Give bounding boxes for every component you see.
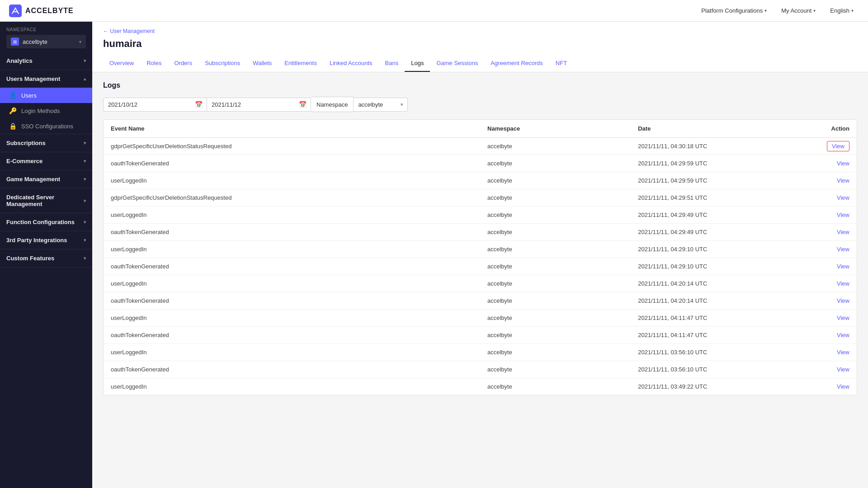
- platform-config-button[interactable]: Platform Configurations ▾: [696, 5, 772, 17]
- view-link-4[interactable]: View: [837, 211, 849, 218]
- view-link-7[interactable]: View: [837, 263, 849, 270]
- view-link-11[interactable]: View: [837, 332, 849, 338]
- view-link-6[interactable]: View: [837, 246, 849, 253]
- view-link-9[interactable]: View: [837, 297, 849, 304]
- table-cell-namespace: accelbyte: [480, 344, 631, 361]
- filter-row: 📅 📅 Namespace accelbyte: [103, 97, 857, 112]
- tab-subscriptions[interactable]: Subscriptions: [198, 55, 246, 72]
- table-cell-event: userLoggedIn: [104, 275, 480, 292]
- sidebar-section-header-users_management[interactable]: Users Management▴: [0, 70, 92, 88]
- table-cell-action: View: [797, 327, 857, 344]
- my-account-label: My Account: [781, 7, 811, 14]
- sidebar-section-header-custom_features[interactable]: Custom Features▾: [0, 249, 92, 267]
- sidebar-section-header-analytics[interactable]: Analytics▾: [0, 52, 92, 70]
- sidebar-item-icon-users: 👤: [9, 92, 17, 99]
- view-link-12[interactable]: View: [837, 349, 849, 356]
- sidebar-section-chevron-analytics: ▾: [84, 58, 86, 63]
- table-cell-date: 2021/11/11, 03:49:22 UTC: [631, 378, 797, 395]
- table-cell-event: userLoggedIn: [104, 172, 480, 189]
- language-button[interactable]: English ▾: [825, 5, 859, 17]
- tab-overview[interactable]: Overview: [103, 55, 140, 72]
- sidebar-section-header-ecommerce[interactable]: E-Commerce▾: [0, 152, 92, 170]
- logo-text: ACCELBYTE: [25, 7, 74, 15]
- sidebar-section-header-game_management[interactable]: Game Management▾: [0, 170, 92, 188]
- table-cell-namespace: accelbyte: [480, 327, 631, 344]
- table-cell-namespace: accelbyte: [480, 378, 631, 395]
- sidebar-item-label-sso_configurations: SSO Configurations: [21, 123, 73, 130]
- sidebar-section-users_management: Users Management▴👤Users🔑Login Methods🔒SS…: [0, 70, 92, 134]
- view-link-13[interactable]: View: [837, 366, 849, 373]
- sidebar-item-label-login_methods: Login Methods: [21, 108, 60, 114]
- tab-entitlements[interactable]: Entitlements: [278, 55, 323, 72]
- platform-config-chevron-icon: ▾: [764, 8, 767, 13]
- sidebar-section-header-subscriptions[interactable]: Subscriptions▾: [0, 134, 92, 152]
- date-to-input[interactable]: [207, 98, 311, 112]
- sidebar-item-sso_configurations[interactable]: 🔒SSO Configurations: [0, 118, 92, 134]
- date-to-wrapper: 📅: [207, 98, 311, 112]
- view-link-0[interactable]: View: [827, 141, 849, 151]
- sidebar-section-chevron-users_management: ▴: [84, 76, 86, 81]
- sidebar-section-header-3rd_party[interactable]: 3rd Party Integrations▾: [0, 231, 92, 249]
- tabs: OverviewRolesOrdersSubscriptionsWalletsE…: [103, 55, 857, 72]
- tab-bans[interactable]: Bans: [379, 55, 405, 72]
- tab-agreement_records[interactable]: Agreement Records: [484, 55, 549, 72]
- namespace-label: NAMESPACE: [6, 27, 86, 32]
- namespace-selector[interactable]: ⊞ accelbyte ▾: [6, 35, 86, 48]
- table-cell-namespace: accelbyte: [480, 172, 631, 189]
- sidebar-section-header-function_configurations[interactable]: Function Configurations▾: [0, 213, 92, 231]
- table-row: userLoggedInaccelbyte2021/11/11, 04:11:4…: [104, 310, 857, 327]
- my-account-button[interactable]: My Account ▾: [776, 5, 821, 17]
- tab-linked_accounts[interactable]: Linked Accounts: [323, 55, 379, 72]
- tab-orders[interactable]: Orders: [168, 55, 198, 72]
- view-link-2[interactable]: View: [837, 177, 849, 184]
- table-cell-namespace: accelbyte: [480, 155, 631, 172]
- view-link-14[interactable]: View: [837, 383, 849, 390]
- breadcrumb-back[interactable]: ← User Management: [103, 28, 155, 34]
- tab-nft[interactable]: NFT: [549, 55, 573, 72]
- sidebar-item-login_methods[interactable]: 🔑Login Methods: [0, 103, 92, 118]
- table-cell-date: 2021/11/11, 03:56:10 UTC: [631, 361, 797, 378]
- sidebar-section-game_management: Game Management▾: [0, 170, 92, 188]
- table-cell-namespace: accelbyte: [480, 258, 631, 275]
- table-cell-action: View: [797, 138, 857, 155]
- table-cell-event: oauthTokenGenerated: [104, 224, 480, 241]
- tab-game_sessions[interactable]: Game Sessions: [430, 55, 484, 72]
- view-link-10[interactable]: View: [837, 314, 849, 321]
- table-cell-event: oauthTokenGenerated: [104, 155, 480, 172]
- table-cell-date: 2021/11/11, 04:20:14 UTC: [631, 292, 797, 310]
- table-cell-event: gdprGetSpecificUserDeletionStatusRequest…: [104, 189, 480, 206]
- table-cell-action: View: [797, 206, 857, 224]
- table-cell-date: 2021/11/11, 04:11:47 UTC: [631, 310, 797, 327]
- sidebar-section-dedicated_server: Dedicated Server Management▾: [0, 188, 92, 213]
- namespace-value: accelbyte: [23, 38, 75, 45]
- view-link-3[interactable]: View: [837, 194, 849, 201]
- sidebar-item-users[interactable]: 👤Users: [0, 88, 92, 103]
- col-header-namespace: Namespace: [480, 120, 631, 138]
- table-cell-date: 2021/11/11, 04:29:10 UTC: [631, 241, 797, 258]
- sidebar-section-label-dedicated_server: Dedicated Server Management: [6, 194, 84, 207]
- sidebar-section-chevron-function_configurations: ▾: [84, 220, 86, 225]
- main-content: ← User Management humaira OverviewRolesO…: [92, 22, 868, 488]
- table-cell-namespace: accelbyte: [480, 206, 631, 224]
- table-cell-action: View: [797, 361, 857, 378]
- view-link-5[interactable]: View: [837, 229, 849, 235]
- logs-content: Logs 📅 📅 Namespace accelbyte: [92, 72, 868, 488]
- table-cell-event: oauthTokenGenerated: [104, 327, 480, 344]
- sidebar-section-chevron-custom_features: ▾: [84, 256, 86, 261]
- table-cell-action: View: [797, 344, 857, 361]
- sidebar-section-header-dedicated_server[interactable]: Dedicated Server Management▾: [0, 188, 92, 213]
- table-cell-date: 2021/11/11, 04:29:49 UTC: [631, 206, 797, 224]
- table-cell-namespace: accelbyte: [480, 275, 631, 292]
- table-row: userLoggedInaccelbyte2021/11/11, 03:49:2…: [104, 378, 857, 395]
- tab-logs[interactable]: Logs: [405, 55, 430, 72]
- view-link-1[interactable]: View: [837, 160, 849, 167]
- date-from-input[interactable]: [103, 98, 207, 112]
- view-link-8[interactable]: View: [837, 280, 849, 287]
- language-label: English: [830, 7, 849, 14]
- tab-roles[interactable]: Roles: [140, 55, 168, 72]
- sidebar-section-chevron-3rd_party: ▾: [84, 238, 86, 243]
- namespace-dropdown[interactable]: accelbyte: [354, 98, 408, 112]
- table-header-row: Event Name Namespace Date Action: [104, 120, 857, 138]
- tab-wallets[interactable]: Wallets: [246, 55, 278, 72]
- accelbyte-logo-icon: [9, 5, 22, 17]
